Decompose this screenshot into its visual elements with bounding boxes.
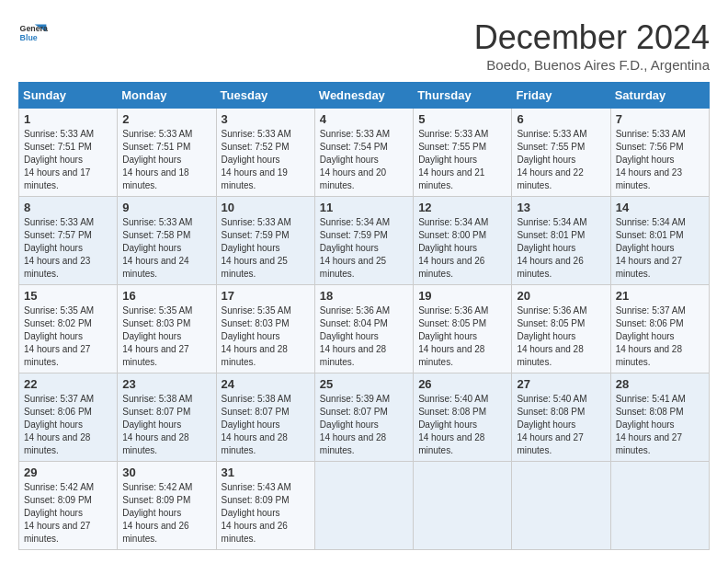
day-info: Sunrise: 5:33 AM Sunset: 7:55 PM Dayligh… — [517, 128, 605, 192]
day-number: 27 — [517, 377, 605, 391]
col-friday: Friday — [512, 83, 610, 109]
calendar-cell: 12 Sunrise: 5:34 AM Sunset: 8:00 PM Dayl… — [414, 197, 512, 285]
day-info: Sunrise: 5:36 AM Sunset: 8:05 PM Dayligh… — [418, 304, 506, 369]
location-subtitle: Boedo, Buenos Aires F.D., Argentina — [474, 57, 710, 73]
col-thursday: Thursday — [414, 83, 512, 109]
calendar-cell: 17 Sunrise: 5:35 AM Sunset: 8:03 PM Dayl… — [216, 285, 314, 373]
day-info: Sunrise: 5:34 AM Sunset: 7:59 PM Dayligh… — [320, 216, 408, 281]
day-number: 1 — [24, 112, 112, 126]
col-saturday: Saturday — [610, 83, 709, 109]
calendar-cell: 30 Sunrise: 5:42 AM Sunset: 8:09 PM Dayl… — [118, 462, 216, 550]
day-number: 28 — [616, 377, 704, 391]
day-number: 7 — [616, 112, 704, 126]
day-number: 10 — [222, 201, 310, 214]
day-number: 4 — [320, 112, 408, 126]
calendar-cell — [610, 462, 709, 550]
day-number: 5 — [418, 112, 506, 126]
calendar-cell: 21 Sunrise: 5:37 AM Sunset: 8:06 PM Dayl… — [610, 285, 709, 373]
day-number: 14 — [616, 201, 704, 214]
calendar-cell: 31 Sunrise: 5:43 AM Sunset: 8:09 PM Dayl… — [216, 462, 314, 550]
calendar-cell: 28 Sunrise: 5:41 AM Sunset: 8:08 PM Dayl… — [610, 373, 709, 462]
header-row: Sunday Monday Tuesday Wednesday Thursday… — [19, 83, 710, 109]
day-number: 16 — [122, 289, 210, 303]
calendar-cell — [512, 462, 610, 550]
day-number: 17 — [222, 289, 310, 303]
day-number: 2 — [122, 112, 210, 126]
table-row: 8 Sunrise: 5:33 AM Sunset: 7:57 PM Dayli… — [19, 197, 710, 285]
day-info: Sunrise: 5:42 AM Sunset: 8:09 PM Dayligh… — [24, 481, 112, 546]
day-info: Sunrise: 5:33 AM Sunset: 7:52 PM Dayligh… — [222, 128, 310, 192]
col-sunday: Sunday — [19, 83, 118, 109]
day-info: Sunrise: 5:37 AM Sunset: 8:06 PM Dayligh… — [24, 393, 112, 457]
calendar-cell: 7 Sunrise: 5:33 AM Sunset: 7:56 PM Dayli… — [610, 109, 709, 197]
calendar-cell: 20 Sunrise: 5:36 AM Sunset: 8:05 PM Dayl… — [512, 285, 610, 373]
day-info: Sunrise: 5:38 AM Sunset: 8:07 PM Dayligh… — [222, 393, 310, 457]
table-row: 22 Sunrise: 5:37 AM Sunset: 8:06 PM Dayl… — [19, 373, 710, 462]
calendar-cell: 24 Sunrise: 5:38 AM Sunset: 8:07 PM Dayl… — [216, 373, 314, 462]
page-header: General Blue December 2024 Boedo, Buenos… — [18, 18, 710, 73]
calendar-cell: 9 Sunrise: 5:33 AM Sunset: 7:58 PM Dayli… — [118, 197, 216, 285]
day-number: 24 — [222, 377, 310, 391]
table-row: 15 Sunrise: 5:35 AM Sunset: 8:02 PM Dayl… — [19, 285, 710, 373]
day-number: 20 — [517, 289, 605, 303]
logo-icon: General Blue — [18, 18, 48, 48]
calendar-cell: 13 Sunrise: 5:34 AM Sunset: 8:01 PM Dayl… — [512, 197, 610, 285]
calendar-cell: 3 Sunrise: 5:33 AM Sunset: 7:52 PM Dayli… — [216, 109, 314, 197]
day-info: Sunrise: 5:38 AM Sunset: 8:07 PM Dayligh… — [122, 393, 210, 457]
calendar-cell: 11 Sunrise: 5:34 AM Sunset: 7:59 PM Dayl… — [314, 197, 413, 285]
day-info: Sunrise: 5:34 AM Sunset: 8:01 PM Dayligh… — [517, 216, 605, 281]
day-info: Sunrise: 5:33 AM Sunset: 7:59 PM Dayligh… — [222, 216, 310, 281]
day-number: 3 — [222, 112, 310, 126]
day-number: 18 — [320, 289, 408, 303]
calendar-cell — [314, 462, 413, 550]
col-wednesday: Wednesday — [314, 83, 413, 109]
logo: General Blue — [18, 18, 48, 48]
day-info: Sunrise: 5:33 AM Sunset: 7:56 PM Dayligh… — [616, 128, 704, 192]
day-info: Sunrise: 5:33 AM Sunset: 7:58 PM Dayligh… — [122, 216, 210, 281]
day-number: 9 — [122, 201, 210, 214]
day-info: Sunrise: 5:35 AM Sunset: 8:03 PM Dayligh… — [122, 304, 210, 369]
calendar-cell: 2 Sunrise: 5:33 AM Sunset: 7:51 PM Dayli… — [118, 109, 216, 197]
calendar-cell: 6 Sunrise: 5:33 AM Sunset: 7:55 PM Dayli… — [512, 109, 610, 197]
day-number: 12 — [418, 201, 506, 214]
day-number: 25 — [320, 377, 408, 391]
day-info: Sunrise: 5:34 AM Sunset: 8:00 PM Dayligh… — [418, 216, 506, 281]
calendar-cell: 18 Sunrise: 5:36 AM Sunset: 8:04 PM Dayl… — [314, 285, 413, 373]
day-number: 30 — [122, 465, 210, 479]
day-info: Sunrise: 5:33 AM Sunset: 7:54 PM Dayligh… — [320, 128, 408, 192]
calendar-cell: 23 Sunrise: 5:38 AM Sunset: 8:07 PM Dayl… — [118, 373, 216, 462]
calendar-cell: 4 Sunrise: 5:33 AM Sunset: 7:54 PM Dayli… — [314, 109, 413, 197]
day-info: Sunrise: 5:35 AM Sunset: 8:03 PM Dayligh… — [222, 304, 310, 369]
day-number: 6 — [517, 112, 605, 126]
day-info: Sunrise: 5:37 AM Sunset: 8:06 PM Dayligh… — [616, 304, 704, 369]
calendar-table: Sunday Monday Tuesday Wednesday Thursday… — [18, 82, 710, 550]
day-info: Sunrise: 5:41 AM Sunset: 8:08 PM Dayligh… — [616, 393, 704, 457]
calendar-cell: 1 Sunrise: 5:33 AM Sunset: 7:51 PM Dayli… — [19, 109, 118, 197]
title-block: December 2024 Boedo, Buenos Aires F.D., … — [474, 18, 710, 73]
day-info: Sunrise: 5:33 AM Sunset: 7:55 PM Dayligh… — [418, 128, 506, 192]
calendar-cell: 19 Sunrise: 5:36 AM Sunset: 8:05 PM Dayl… — [414, 285, 512, 373]
day-info: Sunrise: 5:36 AM Sunset: 8:05 PM Dayligh… — [517, 304, 605, 369]
day-number: 19 — [418, 289, 506, 303]
day-info: Sunrise: 5:33 AM Sunset: 7:51 PM Dayligh… — [24, 128, 112, 192]
day-number: 31 — [222, 465, 310, 479]
calendar-cell: 26 Sunrise: 5:40 AM Sunset: 8:08 PM Dayl… — [414, 373, 512, 462]
calendar-cell: 10 Sunrise: 5:33 AM Sunset: 7:59 PM Dayl… — [216, 197, 314, 285]
day-info: Sunrise: 5:34 AM Sunset: 8:01 PM Dayligh… — [616, 216, 704, 281]
day-number: 13 — [517, 201, 605, 214]
day-number: 29 — [24, 465, 112, 479]
month-title: December 2024 — [474, 18, 710, 57]
day-number: 8 — [24, 201, 112, 214]
calendar-cell: 22 Sunrise: 5:37 AM Sunset: 8:06 PM Dayl… — [19, 373, 118, 462]
day-info: Sunrise: 5:40 AM Sunset: 8:08 PM Dayligh… — [418, 393, 506, 457]
calendar-cell: 5 Sunrise: 5:33 AM Sunset: 7:55 PM Dayli… — [414, 109, 512, 197]
day-number: 23 — [122, 377, 210, 391]
day-info: Sunrise: 5:35 AM Sunset: 8:02 PM Dayligh… — [24, 304, 112, 369]
day-number: 15 — [24, 289, 112, 303]
day-info: Sunrise: 5:39 AM Sunset: 8:07 PM Dayligh… — [320, 393, 408, 457]
day-info: Sunrise: 5:40 AM Sunset: 8:08 PM Dayligh… — [517, 393, 605, 457]
calendar-cell — [414, 462, 512, 550]
day-info: Sunrise: 5:33 AM Sunset: 7:57 PM Dayligh… — [24, 216, 112, 281]
calendar-cell: 8 Sunrise: 5:33 AM Sunset: 7:57 PM Dayli… — [19, 197, 118, 285]
calendar-cell: 29 Sunrise: 5:42 AM Sunset: 8:09 PM Dayl… — [19, 462, 118, 550]
